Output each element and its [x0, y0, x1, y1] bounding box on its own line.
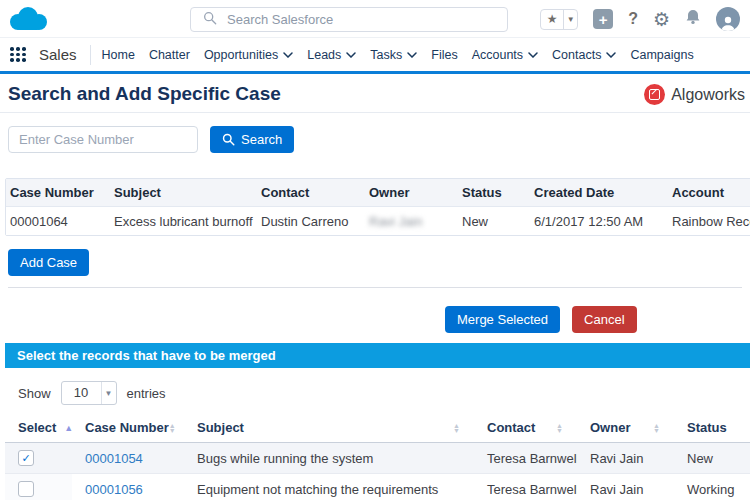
case-number-input[interactable] [8, 126, 198, 153]
column-header-status[interactable]: Status [674, 413, 750, 442]
status-cell: New [674, 443, 750, 473]
tab-files[interactable]: Files [424, 48, 464, 62]
subject-cell: Bugs while running the system [184, 443, 474, 473]
select-cell [5, 474, 72, 500]
case-number-link[interactable]: 00001056 [85, 482, 143, 497]
column-header-subject: Subject [110, 185, 257, 200]
entries-select[interactable]: 10 ▼ [61, 381, 117, 405]
case-result-table: Case Number Subject Contact Owner Status… [5, 178, 750, 236]
tab-leads[interactable]: Leads [300, 48, 363, 62]
contact-cell: Dustin Carreno [257, 214, 365, 229]
help-icon[interactable]: ? [628, 10, 638, 28]
chevron-down-icon [346, 52, 356, 58]
search-icon [203, 11, 217, 29]
column-header-status: Status [458, 185, 530, 200]
app-navbar: Sales Home Chatter Opportunities Leads T… [0, 38, 750, 74]
global-header: ★ ▼ + ? ⚙ [0, 0, 750, 38]
brand-logo: Algoworks [644, 84, 745, 105]
tab-contacts[interactable]: Contacts [545, 48, 623, 62]
case-table-header: Case Number Subject Contact Owner Status… [6, 179, 750, 207]
merge-table-row: 00001056 Equipment not matching the requ… [5, 474, 750, 500]
case-number-cell: 00001064 [6, 214, 110, 229]
column-header-contact[interactable]: Contact▲▼ [474, 413, 577, 442]
chevron-down-icon [606, 52, 616, 58]
merge-table: Select▲ Case Number▲▼ Subject▲▼ Contact▲… [5, 413, 750, 500]
salesforce-logo [8, 5, 48, 37]
favorites-star-icon[interactable]: ★ [541, 10, 563, 29]
sort-icon: ▲▼ [556, 423, 563, 433]
contact-cell: Teresa Barnwell [474, 443, 577, 473]
tab-campaigns[interactable]: Campaigns [623, 48, 700, 62]
created-date-cell: 6/1/2017 12:50 AM [530, 214, 668, 229]
select-cell: ✓ [5, 443, 72, 473]
search-icon [222, 133, 235, 146]
app-launcher-icon[interactable] [10, 47, 26, 62]
column-header-subject[interactable]: Subject▲▼ [184, 413, 474, 442]
brand-name: Algoworks [671, 86, 745, 104]
merge-actions: Merge Selected Cancel [0, 306, 750, 333]
global-actions: ★ ▼ + ? ⚙ [540, 0, 740, 38]
chevron-down-icon [528, 52, 538, 58]
case-number-link[interactable]: 00001054 [85, 451, 143, 466]
tab-chatter[interactable]: Chatter [142, 48, 197, 62]
tab-accounts[interactable]: Accounts [465, 48, 545, 62]
merge-section-title: Select the records that have to be merge… [5, 343, 750, 368]
case-table-body: 00001064 Excess lubricant burnoff Dustin… [6, 207, 750, 235]
tab-tasks[interactable]: Tasks [363, 48, 424, 62]
case-search-section: Search [8, 126, 750, 153]
merge-table-body: ✓ 00001054 Bugs while running the system… [5, 443, 750, 500]
column-header-contact: Contact [257, 185, 365, 200]
tab-home[interactable]: Home [95, 48, 142, 62]
status-cell: Working [674, 474, 750, 500]
sort-ascending-icon: ▲ [64, 423, 72, 433]
algoworks-icon [644, 84, 665, 105]
sort-icon: ▲▼ [169, 423, 176, 433]
search-button[interactable]: Search [210, 126, 294, 153]
owner-cell-redacted: Ravi Jain [365, 214, 458, 229]
favorites-control[interactable]: ★ ▼ [540, 9, 578, 30]
owner-cell: Ravi Jain [577, 443, 674, 473]
chevron-down-icon [407, 52, 417, 58]
row-select-checkbox[interactable]: ✓ [18, 450, 34, 466]
cancel-button[interactable]: Cancel [572, 306, 636, 333]
global-search[interactable] [190, 7, 508, 32]
global-search-input[interactable] [227, 12, 507, 27]
column-header-select[interactable]: Select▲ [5, 413, 72, 442]
chevron-down-icon: ▼ [101, 382, 116, 404]
column-header-case-number: Case Number [6, 185, 110, 200]
add-icon[interactable]: + [593, 9, 613, 29]
chevron-down-icon [283, 52, 293, 58]
column-header-created-date: Created Date [530, 185, 668, 200]
user-avatar[interactable] [716, 7, 740, 31]
notifications-bell-icon[interactable] [685, 9, 701, 29]
add-case-button[interactable]: Add Case [8, 249, 89, 276]
merge-table-row: ✓ 00001054 Bugs while running the system… [5, 443, 750, 474]
status-cell: New [458, 214, 530, 229]
contact-cell: Teresa Barnwell [474, 474, 577, 500]
column-header-case-number[interactable]: Case Number▲▼ [72, 413, 184, 442]
merge-table-header: Select▲ Case Number▲▼ Subject▲▼ Contact▲… [5, 413, 750, 443]
account-cell: Rainbow Records [668, 214, 750, 229]
sort-icon: ▲▼ [453, 423, 460, 433]
subject-cell: Equipment not matching the requirements [184, 474, 474, 500]
column-header-account: Account [668, 185, 750, 200]
show-label: Show [18, 386, 51, 401]
owner-cell: Ravi Jain [577, 474, 674, 500]
subject-cell: Excess lubricant burnoff [110, 214, 257, 229]
case-number-cell: 00001054 [72, 443, 184, 473]
row-select-checkbox[interactable] [18, 481, 34, 497]
sort-icon: ▲▼ [653, 423, 660, 433]
merge-selected-button[interactable]: Merge Selected [445, 306, 560, 333]
entries-label: entries [127, 386, 166, 401]
favorites-caret-icon[interactable]: ▼ [563, 10, 577, 29]
setup-gear-icon[interactable]: ⚙ [653, 10, 670, 29]
column-header-owner[interactable]: Owner▲▼ [577, 413, 674, 442]
case-number-cell: 00001056 [72, 474, 184, 500]
divider [8, 287, 742, 288]
case-table-row: 00001064 Excess lubricant burnoff Dustin… [6, 207, 750, 235]
entries-select-value: 10 [62, 382, 101, 404]
divider [0, 112, 750, 113]
page-title: Search and Add Specific Case [8, 83, 750, 105]
tab-opportunities[interactable]: Opportunities [197, 48, 300, 62]
nav-divider [90, 45, 91, 65]
